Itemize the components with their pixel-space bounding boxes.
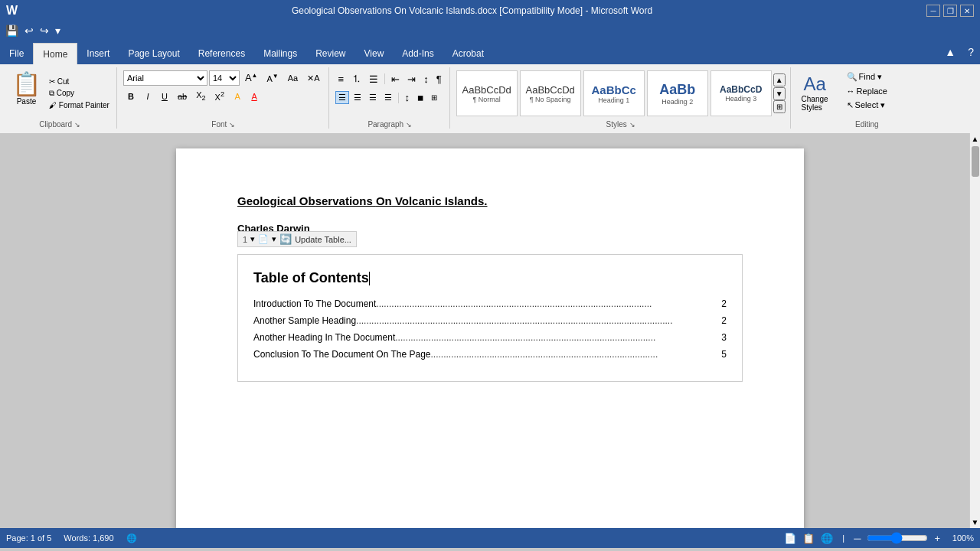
expand-ribbon-button[interactable]: ▲ — [939, 43, 962, 64]
pilcrow-button[interactable]: ¶ — [433, 72, 445, 86]
font-size-select[interactable]: 14 — [209, 70, 240, 86]
toc-entry-2[interactable]: Another Sample Heading..................… — [253, 315, 727, 326]
styles-scroll-more[interactable]: ⊞ — [773, 100, 786, 113]
align-center-button[interactable]: ☰ — [351, 91, 364, 104]
styles-expand[interactable]: ↘ — [629, 121, 635, 129]
toc-dropdown[interactable]: ▾ — [250, 234, 255, 244]
change-case-button[interactable]: Aa — [284, 72, 302, 84]
shrink-font-button[interactable]: A▼ — [263, 71, 283, 85]
font-name-select[interactable]: Arial — [123, 70, 207, 86]
style-nospacing[interactable]: AaBbCcDd ¶ No Spacing — [520, 70, 581, 116]
style-heading3[interactable]: AaBbCcD Heading 3 — [710, 70, 772, 116]
font-expand[interactable]: ↘ — [229, 121, 235, 129]
paste-icon: 📋 — [12, 70, 41, 97]
toc-entry-3[interactable]: Another Heading In The Document.........… — [253, 332, 727, 343]
change-styles-button[interactable]: Aa ChangeStyles — [799, 70, 831, 115]
tab-addins[interactable]: Add-Ins — [393, 43, 443, 64]
zoom-in-button[interactable]: + — [934, 533, 940, 544]
toc-entry-3-page: 3 — [721, 332, 727, 343]
clipboard-group: 📋 Paste ✂ Cut ⧉ Copy 🖌 Format Painter Cl… — [3, 67, 117, 129]
justify-button[interactable]: ☰ — [381, 91, 395, 104]
toc-entry-4[interactable]: Conclusion To The Document On The Page..… — [253, 349, 727, 360]
view-print-button[interactable]: 📄 — [784, 533, 796, 544]
styles-scroll-down[interactable]: ▼ — [773, 87, 786, 100]
help-button[interactable]: ? — [962, 43, 980, 64]
ribbon-tabs: File Home Insert Page Layout References … — [0, 40, 980, 64]
restore-button[interactable]: ❐ — [943, 5, 957, 17]
numbering-button[interactable]: ⒈ — [348, 70, 364, 87]
styles-scroll-up[interactable]: ▲ — [773, 73, 786, 86]
tab-mailings[interactable]: Mailings — [254, 43, 306, 64]
superscript-button[interactable]: X2 — [211, 89, 228, 103]
multilevel-button[interactable]: ☰ — [366, 72, 381, 86]
replace-button[interactable]: ↔ Replace — [844, 85, 890, 97]
sort-button[interactable]: ↕ — [420, 72, 432, 86]
vertical-scrollbar[interactable]: ▲ ▼ — [969, 133, 980, 528]
clipboard-expand[interactable]: ↘ — [74, 121, 80, 129]
cut-button[interactable]: ✂ Cut — [47, 77, 112, 86]
document-area: ▲ ▼ Geological Observations On Volcanic … — [0, 133, 980, 528]
format-painter-button[interactable]: 🖌 Format Painter — [47, 100, 112, 110]
style-heading1[interactable]: AaBbCc Heading 1 — [583, 70, 645, 116]
zoom-slider[interactable] — [867, 532, 928, 544]
find-button[interactable]: 🔍 Find ▾ — [844, 70, 890, 83]
toc-entry-1[interactable]: Introduction To The Document............… — [253, 298, 727, 309]
clear-formatting-button[interactable]: ✕A — [303, 72, 323, 85]
undo-button[interactable]: ↩ — [22, 23, 36, 38]
view-reading-button[interactable]: 📋 — [802, 533, 815, 544]
document-page: Geological Observations On Volcanic Isla… — [176, 148, 804, 528]
bold-button[interactable]: B — [123, 90, 139, 103]
toc-entry-1-page: 2 — [721, 298, 727, 309]
toc-entry-2-text: Another Sample Heading — [253, 315, 356, 326]
bullets-button[interactable]: ≡ — [335, 72, 348, 86]
font-group-label: Font ↘ — [211, 119, 235, 129]
strikethrough-button[interactable]: ab — [174, 90, 191, 103]
scroll-down-arrow[interactable]: ▼ — [972, 518, 979, 527]
align-left-button[interactable]: ☰ — [335, 91, 349, 104]
redo-button[interactable]: ↪ — [38, 23, 51, 38]
quick-access-dropdown[interactable]: ▾ — [53, 23, 63, 38]
align-right-button[interactable]: ☰ — [366, 91, 380, 104]
tab-file[interactable]: File — [0, 43, 33, 64]
tab-references[interactable]: References — [189, 43, 254, 64]
borders-button[interactable]: ⊞ — [428, 92, 440, 103]
select-button[interactable]: ↖ Select ▾ — [844, 99, 890, 112]
view-web-button[interactable]: 🌐 — [821, 533, 833, 544]
select-label: Select ▾ — [855, 100, 886, 110]
replace-label: Replace — [857, 86, 887, 96]
status-right: 📄 📋 🌐 | ─ + 100% — [784, 532, 974, 544]
toc-box[interactable]: Table of Contents Introduction To The Do… — [237, 254, 743, 382]
update-table-button[interactable]: Update Table... — [295, 235, 351, 244]
tab-insert[interactable]: Insert — [77, 43, 119, 64]
minimize-button[interactable]: ─ — [926, 5, 940, 17]
grow-font-button[interactable]: A▲ — [241, 70, 262, 85]
save-button[interactable]: 💾 — [3, 23, 21, 38]
tab-pagelayout[interactable]: Page Layout — [119, 43, 188, 64]
text-color-button[interactable]: A — [247, 90, 262, 103]
tab-review[interactable]: Review — [306, 43, 354, 64]
tab-view[interactable]: View — [355, 43, 394, 64]
tab-acrobat[interactable]: Acrobat — [443, 43, 493, 64]
toc-entry-3-text: Another Heading In The Document — [253, 332, 395, 343]
increase-indent-button[interactable]: ⇥ — [404, 72, 419, 86]
line-spacing-button[interactable]: ↕ — [402, 90, 413, 105]
paragraph-group-label: Paragraph ↘ — [368, 119, 411, 129]
scroll-thumb[interactable] — [972, 146, 979, 177]
shading-button[interactable]: ◼ — [414, 92, 426, 103]
style-normal[interactable]: AaBbCcDd ¶ Normal — [456, 70, 518, 116]
style-heading2[interactable]: AaBb Heading 2 — [647, 70, 708, 116]
decrease-indent-button[interactable]: ⇤ — [388, 72, 403, 86]
subscript-button[interactable]: X2 — [192, 89, 209, 103]
toc-dropdown2[interactable]: ▾ — [272, 234, 276, 244]
zoom-out-button[interactable]: ─ — [854, 533, 861, 544]
underline-button[interactable]: U — [157, 90, 172, 103]
copy-button[interactable]: ⧉ Copy — [47, 88, 112, 99]
scroll-up-arrow[interactable]: ▲ — [972, 135, 979, 143]
paragraph-expand[interactable]: ↘ — [406, 121, 412, 129]
text-highlight-button[interactable]: A — [230, 90, 245, 103]
close-button[interactable]: ✕ — [960, 5, 974, 17]
paste-button[interactable]: 📋 Paste — [8, 67, 45, 119]
tab-home[interactable]: Home — [33, 43, 77, 64]
italic-button[interactable]: I — [140, 90, 155, 103]
status-bar: Page: 1 of 5 Words: 1,690 🌐 📄 📋 🌐 | ─ + … — [0, 528, 980, 548]
